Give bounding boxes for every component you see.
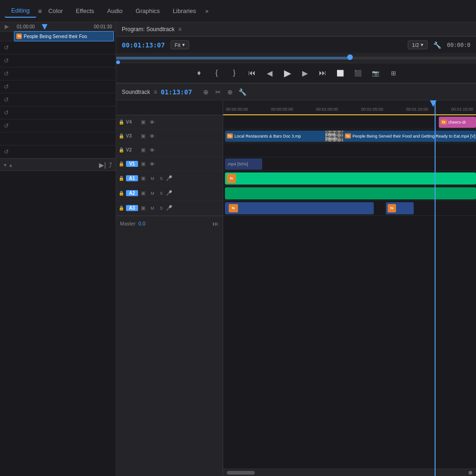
v3-transition[interactable]: Cross Dissolv [325,131,344,142]
v2-lock-icon[interactable]: 🔒 [118,147,125,153]
wrench-timeline-icon[interactable]: 🔧 [238,87,247,97]
v1-lock-icon[interactable]: 🔒 [118,161,125,167]
extract-btn[interactable]: ⬛ [352,67,364,79]
v1-clip[interactable]: .mp4 [50%] [225,159,262,170]
nav-more-icon[interactable]: » [205,8,209,14]
fraction-display[interactable]: 1/2 ▾ [408,40,428,49]
v4-track: fx cheers-dr [223,115,476,129]
v3-camera-icon[interactable]: ▣ [139,132,147,140]
nav-audio[interactable]: Audio [101,5,129,17]
v4-clip[interactable]: fx cheers-dr [439,117,476,128]
a1-clip[interactable]: fx [225,172,476,185]
source-clip-label: People Being Served their Foo [24,34,87,39]
nav-editing[interactable]: Editing [5,4,36,18]
tracks-area: 00:00:50:00 00:00:55:00 00:01:00:00 00:0… [223,100,476,476]
mark-out-btn[interactable]: } [229,67,240,79]
step-fwd-btn[interactable]: ▶ [299,67,311,79]
go-to-out-btn[interactable]: ⏭ [317,67,328,79]
nav-libraries[interactable]: Libraries [166,5,203,17]
source-clip-fx-icon: fx [16,33,22,39]
v3-clip-left[interactable]: fx Local Restaurants & Bars Doc 3.mp [225,131,327,142]
master-end-btn[interactable]: ⏭ [212,220,219,227]
source-time-end: 00:01:30 [94,24,112,29]
v3-eye-icon[interactable]: 👁 [148,132,156,140]
a1-track: fx [223,171,476,186]
scissors-icon[interactable]: ✂ [213,87,223,97]
timeline-menu-icon[interactable]: ≡ [154,89,157,95]
scrubber-playhead[interactable] [347,54,353,60]
v4-camera-icon[interactable]: ▣ [139,119,147,126]
a2-solo-btn[interactable]: S [158,190,165,197]
a3-clip-right[interactable]: fx [386,202,414,214]
source-ctrl-up-icon[interactable]: ▴ [9,162,12,168]
a1-mute-btn[interactable]: M [148,175,157,182]
program-transport: ♦ { } ⏮ ◀ ▶ ▶ ⏭ ⬜ ⬛ 📷 ⊞ [116,63,476,84]
v2-track-name: V2 [126,147,138,152]
source-empty-track-1: ↺ [0,41,116,54]
program-timecode-display: 00:01:13:07 [122,41,165,49]
source-play-btn[interactable]: ▶ [5,23,9,30]
a3-track-name: A3 [126,205,138,211]
v2-camera-icon[interactable]: ▣ [139,146,147,154]
v3-right-clip-label: People Being Served their Food and Getti… [352,134,476,139]
a3-clip-left[interactable]: fx [225,202,374,214]
timeline-body: 🔒 V4 ▣ 👁 🔒 V3 ▣ 👁 🔒 V [116,100,476,476]
a2-lock-icon[interactable]: 🔒 [118,190,125,197]
a3-lock-icon[interactable]: 🔒 [118,205,125,212]
a1-lock-icon[interactable]: 🔒 [118,175,125,182]
camera-btn[interactable]: 📷 [370,67,381,79]
v1-eye-icon[interactable]: 👁 [148,160,156,168]
timeline-timecode-display: 01:13:07 [161,88,192,96]
go-to-in-btn[interactable]: ⏮ [246,67,258,79]
v3-clip-right[interactable]: fx People Being Served their Food and Ge… [343,131,476,142]
nav-color[interactable]: Color [42,5,69,17]
nav-effects[interactable]: Effects [69,5,101,17]
source-empty-track-6: ↺ [0,106,116,119]
a1-solo-btn[interactable]: S [158,175,165,182]
a2-mic-icon[interactable]: 🎤 [166,190,172,197]
play-btn[interactable]: ▶ [282,67,293,79]
program-scrubber[interactable] [116,53,476,63]
v4-lock-icon[interactable]: 🔒 [118,119,125,126]
ruler-mark-4: 00:01:05:00 [361,107,383,112]
magnet-icon[interactable]: ⊕ [225,87,235,97]
v1-camera-icon[interactable]: ▣ [139,160,147,168]
track-label-v3: 🔒 V3 ▣ 👁 [116,129,223,143]
a2-clip[interactable] [225,187,476,199]
lift-btn[interactable]: ⬜ [335,67,346,79]
source-clip[interactable]: fx People Being Served their Foo [14,31,114,41]
timeline-scroll-bar[interactable] [223,469,476,476]
source-controls: ▾ ▴ ▶| ⤴ [0,159,116,171]
add-marker-btn[interactable]: ♦ [193,67,205,79]
v2-track [223,143,476,157]
timeline-ruler: 00:00:50:00 00:00:55:00 00:01:00:00 00:0… [223,100,476,115]
mark-in-btn[interactable]: { [211,67,222,79]
a3-camera-icon[interactable]: ▣ [139,205,147,212]
source-ctrl-down-icon[interactable]: ▾ [4,162,7,168]
ripple-edit-icon[interactable]: ⊕ [201,87,211,97]
program-menu-icon[interactable]: ≡ [178,26,181,33]
a3-mute-btn[interactable]: M [148,205,157,212]
export-frame-btn[interactable]: ⊞ [388,67,399,79]
scroll-thumb[interactable] [227,471,255,475]
nav-hamburger-icon[interactable]: ≡ [38,7,42,15]
a2-camera-icon[interactable]: ▣ [139,190,147,197]
wrench-icon[interactable]: 🔧 [433,41,441,49]
v4-eye-icon[interactable]: 👁 [148,119,156,126]
step-back-btn[interactable]: ◀ [264,67,275,79]
fraction-label: 1/2 [412,42,419,48]
a3-mic-icon[interactable]: 🎤 [166,205,172,212]
v2-eye-icon[interactable]: 👁 [148,146,156,154]
a2-track [223,186,476,201]
a3-solo-btn[interactable]: S [158,205,165,212]
track-label-v1: 🔒 V1 ▣ 👁 [116,157,223,171]
v3-lock-icon[interactable]: 🔒 [118,133,125,139]
nav-graphics[interactable]: Graphics [129,5,166,17]
source-ctrl-export-icon[interactable]: ⤴ [109,161,112,169]
fit-dropdown[interactable]: Fit ▾ [171,40,189,49]
a1-camera-icon[interactable]: ▣ [139,175,147,182]
a2-mute-btn[interactable]: M [148,190,157,197]
source-time-start: 01:00:00 [17,24,35,29]
source-ctrl-play-icon[interactable]: ▶| [99,161,106,169]
a1-mic-icon[interactable]: 🎤 [166,175,172,182]
